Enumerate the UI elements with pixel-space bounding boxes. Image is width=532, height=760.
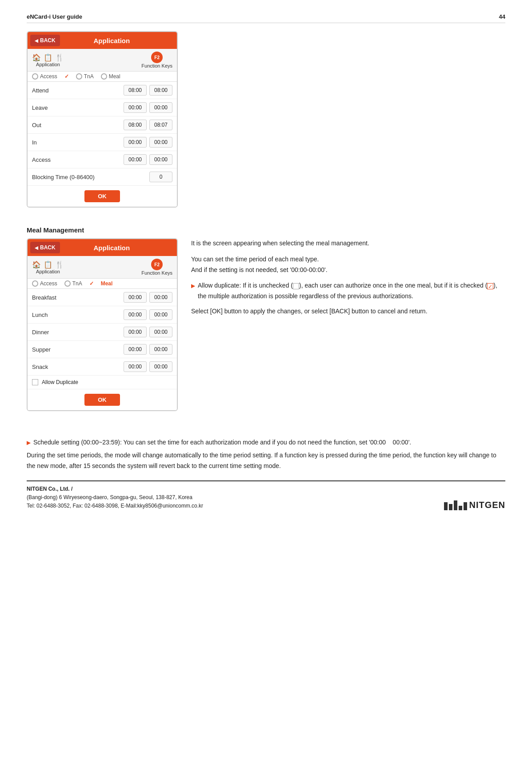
tab-check[interactable]: ✓ bbox=[64, 73, 69, 80]
ok-row: OK bbox=[28, 186, 177, 207]
blocking-value[interactable]: 0 bbox=[149, 172, 172, 182]
meal-radio[interactable] bbox=[101, 73, 107, 80]
schedule-desc-text: During the set time periods, the mode wi… bbox=[27, 450, 505, 472]
snack-time1[interactable]: 00:00 bbox=[124, 361, 147, 372]
out-times: 08:00 08:07 bbox=[124, 120, 172, 130]
access-radio[interactable] bbox=[32, 73, 38, 80]
leave-label: Leave bbox=[32, 104, 124, 111]
in-row: In 00:00 00:00 bbox=[28, 134, 177, 151]
footer-address: (Bangi-dong) 6 Wiryeseong-daero, Songpa-… bbox=[27, 493, 203, 502]
footer-contact: Tel: 02-6488-3052, Fax: 02-6488-3098, E-… bbox=[27, 502, 203, 510]
meal-desc4: Select [OK] button to apply the changes,… bbox=[191, 306, 505, 317]
back-arrow-icon: ◀ bbox=[35, 38, 38, 43]
breakfast-time1[interactable]: 00:00 bbox=[124, 292, 147, 303]
meal-left-col: ◀ BACK Application 🏠 📋 🍴 Application bbox=[27, 238, 178, 416]
schedule-bullet-icon: ▶ bbox=[27, 440, 31, 446]
meal-tab-meal-label: Meal bbox=[101, 280, 113, 287]
lunch-time1[interactable]: 00:00 bbox=[124, 309, 147, 320]
out-time2[interactable]: 08:07 bbox=[149, 120, 172, 130]
attend-row: Attend 08:00 08:00 bbox=[28, 82, 177, 99]
meal-device-body: Breakfast 00:00 00:00 Lunch 00:00 00:00 bbox=[28, 289, 177, 389]
attend-time1[interactable]: 08:00 bbox=[124, 85, 147, 96]
tna-radio[interactable] bbox=[76, 73, 82, 80]
out-label: Out bbox=[32, 122, 124, 128]
back-label: BACK bbox=[40, 37, 56, 44]
snack-times: 00:00 00:00 bbox=[124, 361, 172, 372]
lunch-times: 00:00 00:00 bbox=[124, 309, 172, 320]
fork-icon: 🍴 bbox=[55, 53, 64, 62]
allow-duplicate-checkbox[interactable] bbox=[32, 379, 38, 385]
lunch-label: Lunch bbox=[32, 312, 124, 318]
device-body: Attend 08:00 08:00 Leave 00:00 00:00 Out… bbox=[28, 82, 177, 186]
page-number: 44 bbox=[499, 13, 505, 20]
bullet-arrow-icon: ▶ bbox=[191, 281, 195, 290]
schedule-bullet-text: Schedule setting (00:00~23:59): You can … bbox=[33, 439, 411, 446]
meal-access-radio[interactable] bbox=[32, 280, 38, 287]
logo-bar-3 bbox=[454, 500, 457, 510]
home-icon: 🏠 bbox=[32, 53, 41, 62]
in-time2[interactable]: 00:00 bbox=[149, 137, 172, 148]
tna-section: ◀ BACK Application 🏠 📋 🍴 Application F2 … bbox=[27, 31, 505, 213]
access-time2[interactable]: 00:00 bbox=[149, 154, 172, 165]
meal-tab-tna[interactable]: TnA bbox=[64, 280, 82, 287]
tab-meal[interactable]: Meal bbox=[101, 73, 120, 80]
meal-label: Meal bbox=[109, 73, 120, 80]
breakfast-time2[interactable]: 00:00 bbox=[149, 292, 172, 303]
dinner-time1[interactable]: 00:00 bbox=[124, 327, 147, 337]
unchecked-icon bbox=[293, 283, 299, 289]
ok-button[interactable]: OK bbox=[84, 190, 120, 202]
meal-home-icon: 🏠 bbox=[32, 260, 41, 269]
list-icon: 📋 bbox=[44, 53, 52, 62]
doc-title: eNCard-i User guide bbox=[27, 13, 82, 20]
meal-ok-button[interactable]: OK bbox=[84, 394, 120, 406]
function-keys-label: Function Keys bbox=[141, 63, 172, 68]
access-time1[interactable]: 00:00 bbox=[124, 154, 147, 165]
allow-dup-bullet: ▶ Allow duplicate: If it is unchecked ( … bbox=[191, 280, 505, 302]
attend-label: Attend bbox=[32, 87, 124, 94]
dinner-time2[interactable]: 00:00 bbox=[149, 327, 172, 337]
page-header: eNCard-i User guide 44 bbox=[27, 13, 505, 23]
meal-section-title: Meal Management bbox=[27, 226, 84, 234]
out-time1[interactable]: 08:00 bbox=[124, 120, 147, 130]
tab-tna[interactable]: TnA bbox=[76, 73, 94, 80]
in-time1[interactable]: 00:00 bbox=[124, 137, 147, 148]
lunch-time2[interactable]: 00:00 bbox=[149, 309, 172, 320]
supper-row: Supper 00:00 00:00 bbox=[28, 341, 177, 358]
nav-icons: 🏠 📋 🍴 bbox=[32, 53, 64, 62]
tab-bar: Access ✓ TnA Meal bbox=[28, 72, 177, 82]
access-times: 00:00 00:00 bbox=[124, 154, 172, 165]
logo-bars bbox=[444, 500, 467, 510]
meal-back-arrow-icon: ◀ bbox=[35, 245, 38, 250]
back-button[interactable]: ◀ BACK bbox=[30, 35, 60, 46]
supper-label: Supper bbox=[32, 346, 124, 353]
access-row-label: Access bbox=[32, 156, 124, 163]
meal-tab-access[interactable]: Access bbox=[32, 280, 57, 287]
meal-tab-meal[interactable]: Meal bbox=[101, 280, 113, 287]
nav-app-group: 🏠 📋 🍴 Application bbox=[32, 53, 64, 67]
meal-tab-check[interactable]: ✓ bbox=[89, 280, 94, 287]
snack-time2[interactable]: 00:00 bbox=[149, 361, 172, 372]
meal-ok-row: OK bbox=[28, 389, 177, 410]
meal-desc2: You can set the time period of each meal… bbox=[191, 254, 505, 265]
meal-tab-bar: Access TnA ✓ Meal bbox=[28, 279, 177, 289]
attend-times: 08:00 08:00 bbox=[124, 85, 172, 96]
meal-tna-radio[interactable] bbox=[64, 280, 71, 287]
leave-time1[interactable]: 00:00 bbox=[124, 102, 147, 113]
tab-access[interactable]: Access bbox=[32, 73, 57, 80]
attend-time2[interactable]: 08:00 bbox=[149, 85, 172, 96]
supper-time2[interactable]: 00:00 bbox=[149, 344, 172, 355]
in-times: 00:00 00:00 bbox=[124, 137, 172, 148]
footer-logo: NITGEN bbox=[444, 500, 505, 510]
meal-device-nav: 🏠 📋 🍴 Application F2 Function Keys bbox=[28, 256, 177, 279]
f2-badge[interactable]: F2 bbox=[151, 52, 163, 63]
leave-time2[interactable]: 00:00 bbox=[149, 102, 172, 113]
supper-time1[interactable]: 00:00 bbox=[124, 344, 147, 355]
device-nav: 🏠 📋 🍴 Application F2 Function Keys bbox=[28, 49, 177, 72]
meal-back-button[interactable]: ◀ BACK bbox=[30, 242, 60, 253]
meal-function-keys-group: F2 Function Keys bbox=[141, 259, 172, 276]
meal-f2-badge[interactable]: F2 bbox=[151, 259, 163, 270]
blocking-times: 0 bbox=[149, 172, 172, 182]
allow-dup-desc: Allow duplicate: If it is unchecked ( ),… bbox=[198, 280, 505, 302]
meal-right-col: It is the screen appearing when selectin… bbox=[191, 238, 505, 317]
dinner-label: Dinner bbox=[32, 329, 124, 336]
